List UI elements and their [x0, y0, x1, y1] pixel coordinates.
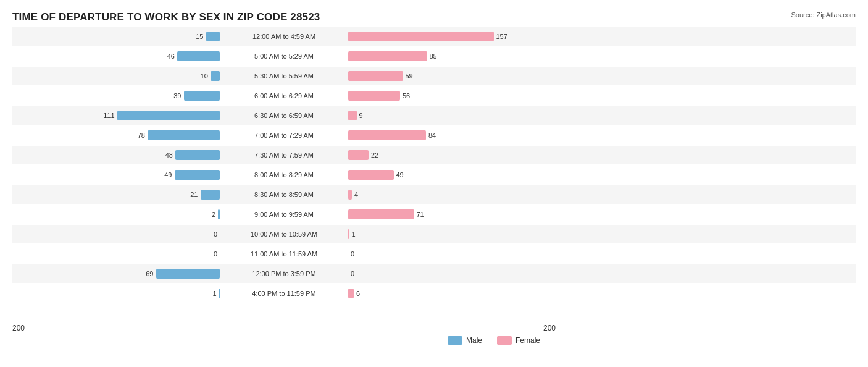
male-section: 48 [12, 150, 222, 160]
female-bar [348, 190, 352, 200]
time-label: 12:00 AM to 4:59 AM [222, 33, 346, 40]
chart-area: 1512:00 AM to 4:59 AM157465:00 AM to 5:2… [12, 27, 856, 321]
table-row: 010:00 AM to 10:59 AM1 [12, 225, 856, 243]
male-value: 49 [155, 171, 172, 179]
male-bar [148, 130, 220, 140]
male-bar [177, 51, 220, 61]
male-value: 0 [200, 250, 217, 258]
chart-container: TIME OF DEPARTURE TO WORK BY SEX IN ZIP … [0, 0, 868, 367]
time-label: 5:30 AM to 5:59 AM [222, 72, 346, 80]
table-row: 396:00 AM to 6:29 AM56 [12, 86, 856, 105]
table-row: 218:30 AM to 8:59 AM4 [12, 185, 856, 204]
male-value: 48 [156, 151, 173, 159]
time-label: 8:00 AM to 8:29 AM [222, 171, 346, 179]
female-section: 84 [346, 130, 556, 140]
time-label: 6:00 AM to 6:29 AM [222, 92, 346, 99]
male-value: 39 [164, 92, 182, 99]
male-bar [175, 170, 220, 180]
axis-right: 200 [346, 324, 556, 332]
male-section: 49 [12, 170, 222, 180]
male-bar [206, 32, 220, 41]
female-section: 9 [346, 111, 556, 120]
axis-left-label: 200 [12, 324, 25, 332]
table-row: 29:00 AM to 9:59 AM71 [12, 205, 856, 224]
time-label: 8:30 AM to 8:59 AM [222, 191, 346, 198]
legend-female-color [497, 336, 512, 345]
source-text: Source: ZipAtlas.com [791, 11, 856, 19]
legend: Male Female [222, 336, 766, 345]
table-row: 105:30 AM to 5:59 AM59 [12, 67, 856, 85]
female-bar [348, 289, 354, 298]
male-section: 0 [12, 229, 222, 239]
male-value: 78 [128, 132, 145, 139]
male-section: 111 [12, 111, 222, 120]
table-row: 1116:30 AM to 6:59 AM9 [12, 106, 856, 125]
legend-male-color [448, 336, 462, 345]
female-section: 6 [346, 289, 556, 298]
female-value: 4 [354, 191, 372, 198]
table-row: 465:00 AM to 5:29 AM85 [12, 47, 856, 65]
table-row: 487:30 AM to 7:59 AM22 [12, 146, 856, 164]
table-row: 14:00 PM to 11:59 PM6 [12, 284, 856, 303]
male-value: 15 [186, 33, 204, 40]
time-label: 7:30 AM to 7:59 AM [222, 151, 346, 159]
female-section: 22 [346, 150, 556, 160]
female-value: 0 [351, 270, 368, 277]
female-section: 4 [346, 190, 556, 200]
female-value: 71 [417, 211, 434, 218]
female-section: 0 [346, 249, 556, 259]
male-section: 46 [12, 51, 222, 61]
female-bar [348, 229, 349, 239]
table-row: 498:00 AM to 8:29 AM49 [12, 166, 856, 184]
female-section: 56 [346, 91, 556, 101]
legend-female-label: Female [515, 336, 540, 345]
female-bar [348, 209, 414, 219]
male-bar [219, 289, 220, 298]
male-bar [184, 91, 220, 101]
male-value: 46 [157, 53, 175, 60]
male-bar [156, 269, 220, 279]
male-section: 21 [12, 190, 222, 200]
male-section: 0 [12, 249, 222, 259]
axis-left: 200 [12, 324, 222, 332]
female-bar [348, 130, 426, 140]
male-value: 21 [181, 191, 198, 198]
female-value: 59 [406, 72, 423, 80]
female-value: 6 [356, 290, 373, 297]
female-section: 71 [346, 209, 556, 219]
male-section: 2 [12, 209, 222, 219]
female-value: 9 [359, 112, 377, 119]
female-bar [348, 91, 400, 101]
table-row: 6912:00 PM to 3:59 PM0 [12, 264, 856, 283]
female-value: 157 [496, 33, 514, 40]
male-section: 69 [12, 269, 222, 279]
female-value: 85 [430, 53, 447, 60]
female-value: 1 [352, 230, 369, 238]
axis-row: 200 200 [12, 324, 856, 332]
legend-male: Male [448, 336, 482, 345]
female-section: 85 [346, 51, 556, 61]
time-label: 6:30 AM to 6:59 AM [222, 112, 346, 119]
male-value: 69 [136, 270, 154, 277]
male-value: 2 [198, 211, 215, 218]
time-label: 10:00 AM to 10:59 AM [222, 230, 346, 238]
time-label: 9:00 AM to 9:59 AM [222, 211, 346, 218]
female-bar [348, 51, 427, 61]
male-value: 10 [191, 72, 208, 80]
male-bar [117, 111, 220, 120]
male-bar [218, 209, 220, 219]
female-bar [348, 71, 403, 81]
time-label: 7:00 AM to 7:29 AM [222, 132, 346, 139]
table-row: 1512:00 AM to 4:59 AM157 [12, 27, 856, 46]
male-section: 78 [12, 130, 222, 140]
time-label: 4:00 PM to 11:59 PM [222, 290, 346, 297]
male-bar [201, 190, 220, 200]
female-section: 1 [346, 229, 556, 239]
time-label: 11:00 AM to 11:59 AM [222, 250, 346, 258]
female-section: 49 [346, 170, 556, 180]
female-value: 56 [403, 92, 420, 99]
male-section: 10 [12, 71, 222, 81]
female-value: 22 [371, 151, 388, 159]
table-row: 011:00 AM to 11:59 AM0 [12, 245, 856, 263]
male-value: 111 [98, 112, 115, 119]
